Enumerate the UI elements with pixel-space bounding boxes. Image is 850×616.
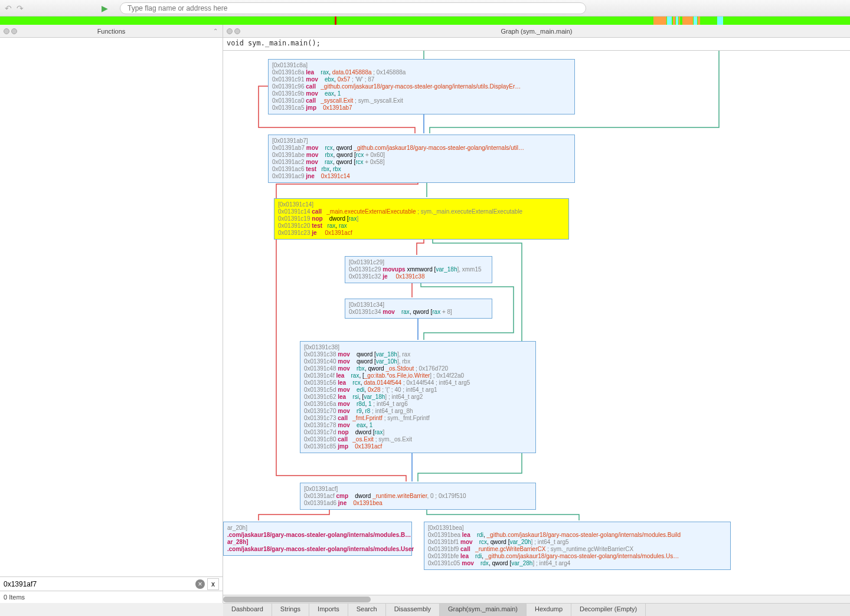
block-0x01391bea[interactable]: [0x01391bea]0x01391bea lea rdi, _github.… [424,522,731,570]
block-0x01391c34[interactable]: [0x01391c34]0x01391c34 mov rax, qword [r… [345,299,492,319]
nav-back-icon[interactable]: ↶ [5,4,14,13]
functions-title: Functions [97,28,126,35]
tab-dashboard[interactable]: Dashboard [223,604,272,616]
tab-decompiler-empty-[interactable]: Decompiler (Empty) [571,604,646,616]
graph-view[interactable]: [0x01391c8a]0x01391c8a lea rax, data.014… [223,51,850,595]
close-dot-icon[interactable] [4,28,9,34]
block-0x01391ab7[interactable]: [0x01391ab7]0x01391ab7 mov rcx, qword _g… [268,135,575,183]
regex-toggle[interactable]: x [207,578,219,590]
tab-disassembly[interactable]: Disassembly [386,604,440,616]
navigation-map[interactable] [0,17,850,25]
horizontal-scrollbar[interactable] [223,595,850,603]
functions-list[interactable] [0,38,223,576]
tab-strings[interactable]: Strings [272,604,309,616]
item-count: 0 Items [0,591,223,603]
toolbar: ↶ ↷ ▶ [0,0,850,17]
filter-input[interactable] [4,580,195,588]
min-dot-icon[interactable] [234,28,240,34]
tab-imports[interactable]: Imports [309,604,348,616]
address-input[interactable] [120,2,586,14]
min-dot-icon[interactable] [11,28,17,34]
function-signature: void sym._main.main(); [223,38,850,51]
tab-hexdump[interactable]: Hexdump [527,604,571,616]
graph-title: Graph (sym._main.main) [501,28,572,35]
tab-search[interactable]: Search [348,604,386,616]
bottom-tabs: DashboardStringsImportsSearchDisassembly… [223,603,850,616]
tab-graph-sym-main-main-[interactable]: Graph(sym._main.main) [440,604,527,616]
clear-filter-icon[interactable]: × [195,579,205,589]
caret-icon[interactable]: ⌃ [213,28,218,34]
block-0x01391c14[interactable]: [0x01391c14]0x01391c14 call _main.execut… [274,198,569,240]
block-left-partial[interactable]: ar_20h] .com/jaskaur18/gary-macos-steale… [223,522,412,556]
play-icon[interactable]: ▶ [102,4,108,13]
block-0x01391c29[interactable]: [0x01391c29]0x01391c29 movups xmmword [v… [345,256,492,283]
block-0x01391acf[interactable]: [0x01391acf]0x01391acf cmp dword _runtim… [300,483,536,510]
block-0x01391c38[interactable]: [0x01391c38]0x01391c38 mov qword [var_18… [300,341,536,453]
block-0x01391c8a[interactable]: [0x01391c8a]0x01391c8a lea rax, data.014… [268,59,575,114]
functions-panel: Functions ⌃ × x 0 Items [0,25,223,603]
close-dot-icon[interactable] [227,28,233,34]
nav-forward-icon[interactable]: ↷ [17,4,26,13]
